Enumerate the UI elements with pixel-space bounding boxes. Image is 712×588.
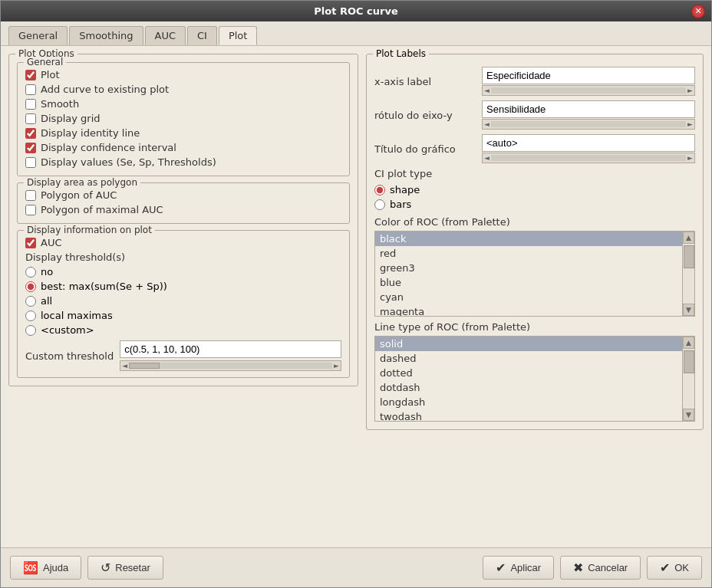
checkbox-smooth[interactable]: [25, 99, 36, 110]
line-item-solid[interactable]: solid: [375, 337, 682, 351]
radio-shape: shape: [374, 182, 695, 197]
radio-ci-shape[interactable]: [374, 185, 385, 195]
color-item-blue[interactable]: blue: [375, 275, 682, 290]
yaxis-scroll-track: [491, 121, 686, 127]
label-threshold-custom: <custom>: [41, 324, 94, 336]
yaxis-scrollbar: ◄ ►: [482, 119, 695, 130]
apply-button[interactable]: ✔ Aplicar: [483, 556, 554, 580]
color-scrollbar: ▲ ▼: [682, 232, 694, 316]
line-scroll-thumb: [684, 350, 694, 373]
custom-threshold-label: Custom threshold: [25, 350, 114, 362]
right-panel: Plot Labels x-axis label ◄ ►: [366, 54, 704, 540]
color-item-magenta[interactable]: magenta: [375, 304, 682, 316]
reset-button[interactable]: ↺ Resetar: [87, 556, 163, 580]
reset-label: Resetar: [115, 562, 150, 573]
xaxis-input-wrap: ◄ ►: [482, 67, 695, 96]
threshold-scrollbar: ◄ ►: [120, 360, 341, 371]
line-item-dotdash[interactable]: dotdash: [375, 380, 682, 395]
radio-best: best: max(sum(Se + Sp)): [25, 279, 341, 294]
radio-no: no: [25, 264, 341, 279]
general-subgroup-title: General: [24, 57, 66, 67]
cancel-label: Cancelar: [588, 562, 628, 573]
close-button[interactable]: ✕: [691, 5, 705, 18]
color-item-green3[interactable]: green3: [375, 261, 682, 275]
line-item-longdash[interactable]: longdash: [375, 395, 682, 409]
checkbox-auc[interactable]: [25, 238, 36, 248]
apply-label: Aplicar: [510, 562, 541, 573]
color-scroll-down[interactable]: ▼: [683, 304, 694, 316]
radio-threshold-local[interactable]: [25, 310, 36, 321]
threshold-display-label: Display threshold(s): [25, 250, 341, 264]
tab-smoothing[interactable]: Smoothing: [69, 26, 143, 45]
line-item-twodash[interactable]: twodash: [375, 409, 682, 421]
label-polygon-auc: Polygon of AUC: [41, 189, 117, 201]
scroll-right-arrow: ►: [334, 362, 339, 370]
tab-auc[interactable]: AUC: [145, 26, 186, 45]
graph-title-label: Título do gráfico: [374, 143, 482, 155]
color-item-red[interactable]: red: [375, 246, 682, 261]
color-label: Color of ROC (from Palette): [374, 216, 695, 228]
checkbox-add-curve[interactable]: [25, 84, 36, 95]
main-window: Plot ROC curve ✕ General Smoothing AUC C…: [0, 0, 712, 588]
radio-threshold-custom[interactable]: [25, 325, 36, 336]
radio-threshold-all[interactable]: [25, 296, 36, 307]
polygon-subgroup-title: Display area as polygon: [24, 177, 140, 188]
main-content: Plot Options General Plot Add curve to e…: [1, 46, 711, 547]
check-polygon-auc: Polygon of AUC: [25, 188, 341, 202]
color-item-cyan[interactable]: cyan: [375, 290, 682, 304]
footer: 🆘 Ajuda ↺ Resetar ✔ Aplicar ✖ Cancelar ✔…: [1, 547, 711, 587]
tab-general[interactable]: General: [8, 26, 68, 45]
label-threshold-no: no: [41, 266, 53, 278]
label-polygon-maximal: Polygon of maximal AUC: [41, 204, 163, 215]
tab-ci[interactable]: CI: [187, 26, 217, 45]
label-add-curve: Add curve to existing plot: [41, 84, 169, 95]
graph-title-row: Título do gráfico ◄ ►: [374, 134, 695, 163]
checkbox-values[interactable]: [25, 157, 36, 168]
line-scroll-down[interactable]: ▼: [683, 409, 694, 421]
line-scroll-track: [683, 349, 694, 409]
custom-threshold-input[interactable]: [120, 340, 341, 358]
color-list[interactable]: black red green3 blue cyan magenta: [375, 232, 682, 316]
label-ci-bars: bars: [390, 199, 411, 210]
xaxis-label: x-axis label: [374, 76, 482, 87]
check-values: Display values (Se, Sp, Thresholds): [25, 155, 341, 169]
line-type-list[interactable]: solid dashed dotted dotdash longdash two…: [375, 337, 682, 421]
line-type-label: Line type of ROC (from Palette): [374, 321, 695, 333]
line-item-dashed[interactable]: dashed: [375, 351, 682, 366]
ok-icon: ✔: [660, 560, 670, 575]
checkbox-polygon-maximal[interactable]: [25, 205, 36, 215]
checkbox-plot[interactable]: [25, 70, 36, 80]
yaxis-scroll-right: ►: [687, 120, 693, 128]
checkbox-confidence[interactable]: [25, 143, 36, 153]
radio-threshold-best[interactable]: [25, 281, 36, 292]
label-smooth: Smooth: [41, 98, 79, 110]
graph-title-input[interactable]: [482, 134, 695, 152]
yaxis-label: rótulo do eixo-y: [374, 110, 482, 121]
xaxis-scroll-right: ►: [687, 87, 693, 94]
cancel-button[interactable]: ✖ Cancelar: [560, 556, 641, 580]
xaxis-input[interactable]: [482, 67, 695, 84]
help-button[interactable]: 🆘 Ajuda: [10, 556, 81, 580]
scroll-left-arrow: ◄: [122, 362, 127, 370]
checkbox-identity[interactable]: [25, 128, 36, 139]
line-item-dotted[interactable]: dotted: [375, 366, 682, 380]
yaxis-input[interactable]: [482, 100, 695, 118]
yaxis-row: rótulo do eixo-y ◄ ►: [374, 100, 695, 130]
tabs-bar: General Smoothing AUC CI Plot: [1, 21, 711, 46]
label-plot: Plot: [41, 69, 60, 80]
checkbox-grid[interactable]: [25, 113, 36, 124]
color-scroll-up[interactable]: ▲: [683, 232, 694, 244]
color-item-black[interactable]: black: [375, 232, 682, 246]
ok-button[interactable]: ✔ OK: [647, 556, 702, 580]
label-identity: Display identity line: [41, 127, 140, 139]
info-subgroup-title: Display information on plot: [24, 225, 155, 235]
radio-threshold-no[interactable]: [25, 267, 36, 278]
line-scroll-up[interactable]: ▲: [683, 337, 694, 349]
checkbox-polygon-auc[interactable]: [25, 190, 36, 201]
label-grid: Display grid: [41, 113, 101, 124]
xaxis-scrollbar: ◄ ►: [482, 85, 695, 96]
tab-plot[interactable]: Plot: [219, 26, 258, 45]
radio-ci-bars[interactable]: [374, 199, 385, 210]
titlebar: Plot ROC curve ✕: [1, 1, 711, 21]
scroll-thumb: [129, 363, 160, 369]
